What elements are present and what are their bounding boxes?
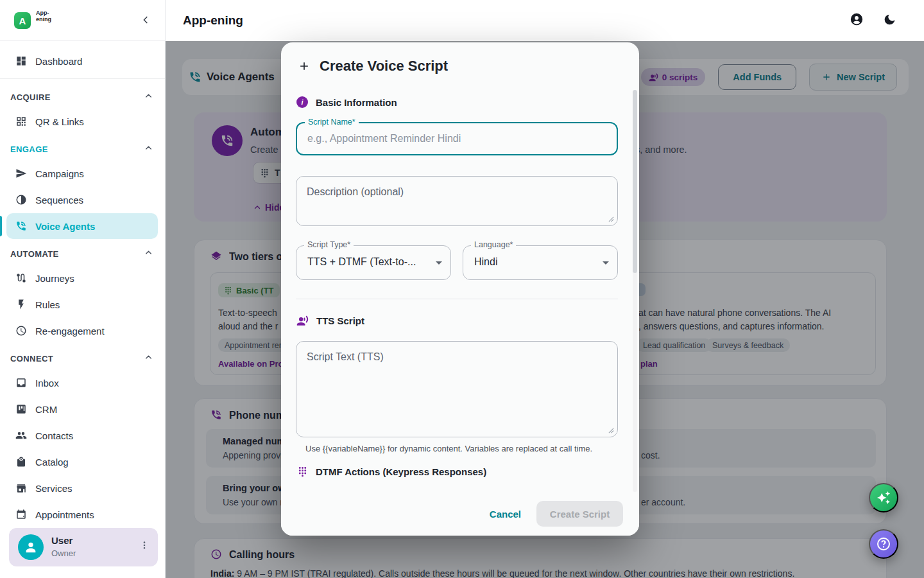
sidebar-item-voice-agents[interactable]: Voice Agents xyxy=(6,213,158,239)
half-circle-icon xyxy=(15,194,27,206)
moon-icon xyxy=(883,13,896,26)
active-indicator xyxy=(0,216,2,236)
dashboard-icon xyxy=(15,55,27,67)
chevron-up-icon[interactable] xyxy=(144,353,153,365)
sidebar-item-re-engagement[interactable]: Re-engagement xyxy=(6,318,158,344)
user-name: User xyxy=(51,535,73,546)
sidebar-collapse-button[interactable] xyxy=(140,14,151,28)
qr-code-icon xyxy=(15,116,27,127)
modal-scrollbar-thumb[interactable] xyxy=(633,90,637,273)
inbox-icon xyxy=(15,377,27,389)
clock-icon xyxy=(15,325,27,337)
chevron-up-icon[interactable] xyxy=(144,91,153,103)
sidebar-divider xyxy=(0,78,165,79)
language-label: Language* xyxy=(471,240,516,249)
assistant-fab[interactable] xyxy=(869,483,898,512)
script-text-field[interactable] xyxy=(296,341,618,437)
sidebar-item-appointments[interactable]: Appointments xyxy=(6,502,158,521)
description-input[interactable] xyxy=(296,177,617,225)
sidebar-item-catalog[interactable]: Catalog xyxy=(6,449,158,475)
people-icon xyxy=(15,430,27,441)
script-text-input[interactable] xyxy=(296,342,617,437)
question-circle-icon xyxy=(876,536,891,552)
plus-icon xyxy=(298,60,311,73)
sidebar-logo-row: A App- ening xyxy=(0,0,166,41)
cancel-button[interactable]: Cancel xyxy=(490,509,521,520)
help-fab[interactable] xyxy=(869,529,898,559)
resize-handle-icon[interactable] xyxy=(608,216,614,222)
variables-helper-text: Use {{variableName}} for dynamic content… xyxy=(305,443,594,454)
app-window: A App- ening Dashboard ACQUIRE QR & Link… xyxy=(0,0,924,578)
user-role: Owner xyxy=(51,548,76,558)
section-connect: CONNECT xyxy=(10,354,53,363)
create-script-button[interactable]: Create Script xyxy=(536,501,623,527)
section-automate: AUTOMATE xyxy=(10,249,59,259)
topbar-actions xyxy=(850,12,896,29)
create-voice-script-dialog: Create Voice Script i Basic Information … xyxy=(281,42,639,536)
sidebar-item-campaigns[interactable]: Campaigns xyxy=(6,161,158,186)
chevron-down-icon xyxy=(436,261,442,265)
tts-section-header: TTS Script xyxy=(296,315,364,327)
language-select[interactable]: Language* Hindi xyxy=(463,245,618,280)
app-logo-name: App- ening xyxy=(36,10,51,23)
dtmf-section-header: DTMF Actions (Keypress Responses) xyxy=(297,466,486,477)
app-logo: A xyxy=(14,12,31,29)
sparkles-icon xyxy=(877,491,891,505)
topbar: App-ening xyxy=(166,0,924,41)
sidebar-nav: Dashboard ACQUIRE QR & Links ENGAGE Camp… xyxy=(0,41,165,521)
theme-toggle-button[interactable] xyxy=(883,13,896,29)
sidebar-item-journeys[interactable]: Journeys xyxy=(6,265,158,291)
route-icon xyxy=(15,272,27,284)
script-type-value: TTS + DTMF (Text-to-... xyxy=(307,256,429,268)
dialog-header: Create Voice Script xyxy=(298,58,448,74)
chevron-up-icon[interactable] xyxy=(144,143,153,155)
sidebar-item-qr-links[interactable]: QR & Links xyxy=(6,109,158,134)
basic-info-section-header: i Basic Information xyxy=(296,96,397,108)
shopping-bag-icon xyxy=(15,456,27,468)
app-logo-letter: A xyxy=(19,15,26,26)
sidebar-item-crm[interactable]: CRM xyxy=(6,396,158,422)
language-value: Hindi xyxy=(474,256,596,268)
dialpad-icon xyxy=(297,466,308,477)
section-divider xyxy=(296,299,618,299)
send-icon xyxy=(15,168,27,179)
dialog-title: Create Voice Script xyxy=(320,58,448,74)
phone-in-talk-icon xyxy=(15,220,27,232)
user-menu-button[interactable] xyxy=(139,539,150,554)
sidebar-item-rules[interactable]: Rules xyxy=(6,292,158,317)
storefront-icon xyxy=(15,482,27,494)
script-type-select[interactable]: Script Type* TTS + DTMF (Text-to-... xyxy=(296,245,451,280)
chevron-down-icon xyxy=(603,261,609,265)
info-icon: i xyxy=(296,96,308,108)
script-name-field[interactable]: Script Name* xyxy=(296,122,618,155)
app-title: App-ening xyxy=(183,13,243,28)
resize-handle-icon[interactable] xyxy=(608,428,614,434)
avatar xyxy=(18,534,44,560)
calendar-icon xyxy=(15,509,27,520)
script-name-input[interactable] xyxy=(297,123,617,154)
sidebar-item-contacts[interactable]: Contacts xyxy=(6,423,158,448)
kanban-icon xyxy=(15,403,27,415)
section-acquire: ACQUIRE xyxy=(10,92,51,102)
bolt-icon xyxy=(15,299,27,310)
record-voice-over-icon xyxy=(296,315,309,327)
account-circle-icon xyxy=(850,12,864,26)
chevron-up-icon[interactable] xyxy=(144,248,153,260)
dots-vertical-icon xyxy=(139,539,150,551)
sidebar-item-inbox[interactable]: Inbox xyxy=(6,370,158,396)
sidebar-item-sequences[interactable]: Sequences xyxy=(6,187,158,213)
sidebar-item-dashboard[interactable]: Dashboard xyxy=(6,48,158,74)
sidebar-item-services[interactable]: Services xyxy=(6,475,158,501)
account-button[interactable] xyxy=(850,12,864,29)
description-field[interactable] xyxy=(296,176,618,226)
sidebar: A App- ening Dashboard ACQUIRE QR & Link… xyxy=(0,0,166,578)
script-type-label: Script Type* xyxy=(304,240,354,249)
user-card[interactable]: User Owner xyxy=(9,528,158,566)
person-icon xyxy=(24,540,38,554)
dialog-footer: Cancel Create Script xyxy=(281,492,639,536)
section-engage: ENGAGE xyxy=(10,144,48,154)
